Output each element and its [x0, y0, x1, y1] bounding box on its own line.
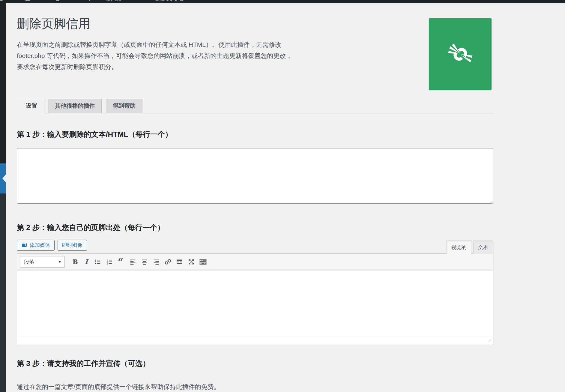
align-left-button[interactable] — [127, 256, 139, 268]
comments-icon[interactable] — [56, 0, 59, 3]
footer-credit-editor: 添加媒体 即时图像 视觉的 文本 段落 ▼ B — [17, 240, 493, 345]
align-center-button[interactable] — [139, 256, 150, 268]
wp-logo-icon[interactable] — [0, 0, 3, 3]
wp-admin-menu[interactable] — [0, 3, 6, 392]
tab-visual[interactable]: 视觉的 — [447, 241, 471, 254]
step2-heading: 第 2 步：输入您自己的页脚出处（每行一个） — [17, 223, 565, 232]
settings-nav-tabs: 设置 其他很棒的插件 得到帮助 — [17, 99, 493, 113]
bold-button[interactable]: B — [68, 256, 80, 268]
instant-images-label: 即时图像 — [62, 242, 82, 249]
tab-settings[interactable]: 设置 — [19, 99, 44, 113]
remove-footer-credit-logo-icon — [447, 41, 473, 67]
admin-bar-item[interactable]: 新消息 — [106, 0, 121, 3]
step1-heading: 第 1 步：输入要删除的文本/HTML（每行一个） — [17, 130, 565, 139]
editor-statusbar — [17, 337, 493, 345]
tab-get-help[interactable]: 得到帮助 — [106, 99, 142, 113]
svg-text:3: 3 — [106, 262, 108, 265]
paragraph-format-dropdown[interactable]: 段落 ▼ — [20, 256, 65, 268]
link-button[interactable] — [162, 256, 174, 268]
tab-other-plugins[interactable]: 其他很棒的插件 — [48, 99, 102, 113]
description-line: footer.php 等代码，如果操作不当，可能会导致您的网站崩溃，或者新的主题… — [17, 52, 292, 59]
editor-mode-tabs: 视觉的 文本 — [447, 241, 493, 254]
svg-text:“: “ — [118, 258, 123, 265]
step3-heading: 第 3 步：请支持我的工作并宣传（可选） — [17, 359, 565, 368]
fullscreen-button[interactable] — [185, 256, 197, 268]
numbered-list-button[interactable]: 1 2 3 — [103, 256, 115, 268]
editor-content-area[interactable] — [17, 271, 493, 337]
wp-admin-bar: 新消息 删除CC横幅 — [0, 0, 565, 3]
media-icon — [21, 242, 27, 248]
svg-text:B: B — [73, 258, 78, 265]
current-menu-item[interactable] — [0, 163, 6, 193]
editor-toolbar: 段落 ▼ B I 1 2 — [17, 254, 493, 271]
read-more-button[interactable] — [174, 256, 185, 268]
italic-button[interactable]: I — [80, 256, 92, 268]
step3-description: 通过在您的一篇文章/页面的底部提供一个链接来帮助保持此插件的免费。 — [17, 382, 565, 392]
plugin-logo — [429, 18, 492, 90]
description-line: 要求您在每次更新时删除页脚积分。 — [17, 63, 118, 70]
paragraph-format-value: 段落 — [24, 259, 34, 265]
toolbar-toggle-keyboard-button[interactable] — [197, 256, 209, 268]
submenu-strip — [0, 193, 6, 392]
tab-text[interactable]: 文本 — [473, 241, 493, 254]
main-content: 删除页脚信用 在呈现页面之前删除或替换页脚字幕（或页面中的任何文本或 HTML）… — [6, 3, 565, 392]
description-line: 在呈现页面之前删除或替换页脚字幕（或页面中的任何文本或 HTML）。使用此插件，… — [17, 41, 281, 48]
blockquote-button[interactable]: “ — [115, 256, 127, 268]
add-media-label: 添加媒体 — [30, 242, 50, 249]
admin-bar-item[interactable]: 删除CC横幅 — [155, 0, 183, 3]
new-content-icon[interactable] — [89, 0, 90, 3]
bullet-list-button[interactable] — [92, 256, 103, 268]
align-right-button[interactable] — [150, 256, 162, 268]
current-menu-arrow-icon — [2, 175, 6, 182]
add-media-button[interactable]: 添加媒体 — [17, 240, 55, 251]
site-icon[interactable] — [25, 0, 30, 3]
chevron-down-icon: ▼ — [58, 260, 61, 264]
resize-grip-icon[interactable] — [488, 338, 492, 344]
remove-text-input[interactable] — [17, 148, 493, 204]
instant-images-button[interactable]: 即时图像 — [58, 240, 87, 251]
svg-text:I: I — [85, 258, 89, 265]
